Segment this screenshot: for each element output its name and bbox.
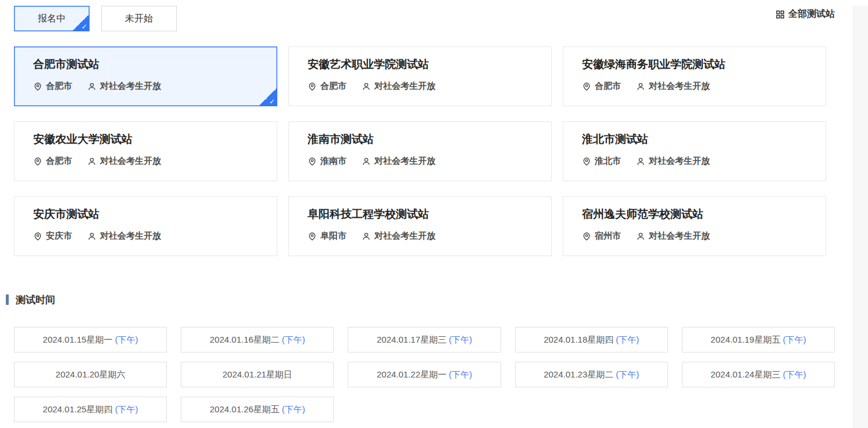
station-open-label: 对社会考生开放 — [649, 81, 710, 92]
date-grid: 2024.01.15星期一 (下午) 2024.01.16星期二 (下午) 20… — [14, 327, 835, 422]
station-meta: 安庆市 对社会考生开放 — [33, 231, 265, 242]
station-card[interactable]: 安徽农业大学测试站 合肥市 — [14, 121, 277, 181]
registration-page: 报名中 ✓ 未开始 ✓ 全部测试站 合肥市测试站 — [0, 6, 868, 428]
person-icon — [87, 157, 97, 166]
station-name: 安徽绿海商务职业学院测试站 — [582, 57, 814, 72]
all-stations-link[interactable]: 全部测试站 — [776, 8, 835, 20]
date-option[interactable]: 2024.01.17星期三 (下午) — [348, 327, 501, 353]
date-session-label: (下午) — [783, 335, 806, 346]
person-icon — [636, 232, 645, 241]
station-name: 淮北市测试站 — [582, 132, 814, 147]
station-card[interactable]: 宿州逸夫师范学校测试站 宿州市 — [563, 196, 826, 256]
location-pin-icon — [582, 232, 591, 241]
selected-check-icon: ✓ — [73, 15, 89, 31]
all-stations-label: 全部测试站 — [788, 8, 835, 20]
date-session-label: (下午) — [449, 369, 472, 380]
station-city: 宿州市 — [595, 231, 621, 242]
location-pin-icon — [308, 157, 317, 166]
station-city: 合肥市 — [46, 81, 72, 92]
station-name: 合肥市测试站 — [33, 57, 265, 72]
date-session-label: (下午) — [616, 335, 639, 346]
date-option[interactable]: 2024.01.22星期一 (下午) — [348, 362, 501, 387]
date-option[interactable]: 2024.01.24星期三 (下午) — [682, 362, 835, 387]
date-session-label: (下午) — [783, 369, 806, 380]
station-card[interactable]: 阜阳科技工程学校测试站 阜阳市 — [288, 196, 552, 256]
date-option[interactable]: 2024.01.19星期五 (下午) — [682, 327, 835, 353]
scrollbar[interactable] — [853, 6, 868, 428]
station-open-label: 对社会考生开放 — [649, 231, 710, 242]
tab-not-started[interactable]: 未开始 ✓ — [101, 6, 177, 31]
station-city: 淮南市 — [320, 156, 347, 167]
station-city: 阜阳市 — [320, 231, 347, 242]
date-session-label: (下午) — [282, 335, 305, 346]
station-card[interactable]: 安庆市测试站 安庆市 — [14, 196, 277, 256]
date-label: 2024.01.25星期四 — [43, 404, 113, 415]
person-icon — [87, 82, 97, 91]
station-open-label: 对社会考生开放 — [374, 81, 435, 92]
station-card[interactable]: 合肥市测试站 合肥市 — [14, 46, 277, 106]
station-grid: 合肥市测试站 合肥市 — [14, 46, 826, 256]
station-open-label: 对社会考生开放 — [374, 156, 435, 167]
station-city: 安庆市 — [46, 231, 72, 242]
tab-registering[interactable]: 报名中 ✓ — [14, 6, 90, 31]
selected-check-icon: ✓ — [259, 88, 277, 106]
station-name: 安庆市测试站 — [33, 207, 265, 222]
tab-registering-label: 报名中 — [38, 13, 66, 25]
person-icon — [362, 82, 371, 91]
tab-not-started-label: 未开始 — [125, 13, 153, 25]
station-open-label: 对社会考生开放 — [100, 156, 161, 167]
location-pin-icon — [308, 82, 317, 91]
date-option[interactable]: 2024.01.26星期五 (下午) — [181, 397, 334, 422]
date-label: 2024.01.20星期六 — [56, 369, 126, 380]
date-option[interactable]: 2024.01.18星期四 (下午) — [515, 327, 668, 353]
location-pin-icon — [33, 82, 42, 91]
date-label: 2024.01.24星期三 — [710, 369, 780, 380]
date-session-label: (下午) — [449, 335, 472, 346]
test-time-section-header: 测试时间 — [6, 293, 868, 306]
person-icon — [87, 232, 97, 241]
station-city: 合肥市 — [320, 81, 347, 92]
station-meta: 淮南市 对社会考生开放 — [308, 156, 540, 167]
date-option[interactable]: 2024.01.25星期四 (下午) — [14, 397, 167, 422]
station-name: 阜阳科技工程学校测试站 — [308, 207, 540, 222]
date-option[interactable]: 2024.01.16星期二 (下午) — [181, 327, 334, 353]
date-label: 2024.01.18星期四 — [544, 335, 613, 346]
date-label: 2024.01.16星期二 — [210, 335, 280, 346]
station-card[interactable]: 安徽艺术职业学院测试站 合肥市 — [288, 46, 552, 106]
person-icon — [362, 232, 371, 241]
station-meta: 合肥市 对社会考生开放 — [33, 156, 265, 167]
station-city: 合肥市 — [595, 81, 621, 92]
station-open-label: 对社会考生开放 — [374, 231, 435, 242]
station-meta: 合肥市 对社会考生开放 — [308, 81, 540, 92]
person-icon — [636, 82, 645, 91]
station-meta: 淮北市 对社会考生开放 — [582, 156, 814, 167]
date-session-label: (下午) — [282, 404, 305, 415]
station-name: 安徽艺术职业学院测试站 — [308, 57, 540, 72]
date-label: 2024.01.21星期日 — [223, 369, 292, 380]
location-pin-icon — [582, 82, 591, 91]
station-open-label: 对社会考生开放 — [100, 81, 161, 92]
station-card[interactable]: 安徽绿海商务职业学院测试站 合肥市 — [563, 46, 826, 106]
station-name: 安徽农业大学测试站 — [33, 132, 265, 147]
date-label: 2024.01.19星期五 — [710, 335, 780, 346]
date-session-label: (下午) — [616, 369, 639, 380]
station-name: 淮南市测试站 — [308, 132, 540, 147]
date-label: 2024.01.26星期五 — [210, 404, 280, 415]
station-city: 淮北市 — [595, 156, 621, 167]
date-label: 2024.01.22星期一 — [377, 369, 446, 380]
date-option[interactable]: 2024.01.21星期日 — [181, 362, 334, 387]
location-pin-icon — [582, 157, 591, 166]
date-session-label: (下午) — [115, 335, 138, 346]
station-city: 合肥市 — [46, 156, 72, 167]
person-icon — [362, 157, 371, 166]
status-tabs: 报名中 ✓ 未开始 ✓ — [14, 6, 177, 31]
date-option[interactable]: 2024.01.15星期一 (下午) — [14, 327, 167, 353]
location-pin-icon — [33, 157, 42, 166]
date-option[interactable]: 2024.01.23星期二 (下午) — [515, 362, 668, 387]
section-bar — [6, 294, 9, 305]
grid-icon — [776, 10, 784, 19]
location-pin-icon — [33, 232, 42, 241]
station-card[interactable]: 淮北市测试站 淮北市 — [563, 121, 826, 181]
date-option[interactable]: 2024.01.20星期六 — [14, 362, 167, 387]
station-card[interactable]: 淮南市测试站 淮南市 — [288, 121, 552, 181]
